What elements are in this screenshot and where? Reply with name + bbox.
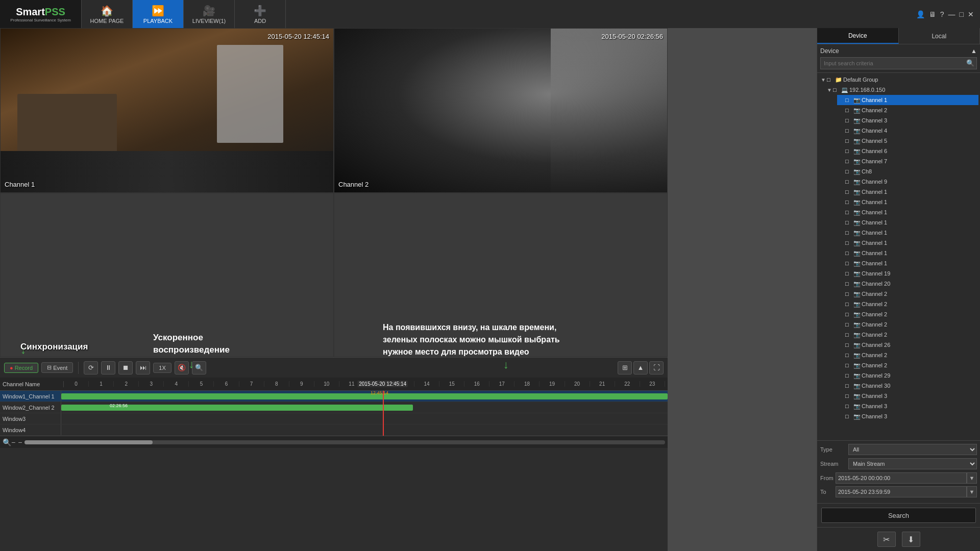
device-search-input[interactable]: [820, 57, 977, 69]
tree-channel-item[interactable]: □📷Ch8: [837, 166, 978, 177]
timeline-row-track-0[interactable]: 12:45:14: [61, 391, 668, 402]
tab-local[interactable]: Local: [899, 28, 981, 44]
collapse-device-icon[interactable]: ▲: [971, 47, 977, 55]
search-icon[interactable]: 🔍: [966, 59, 974, 67]
search-button[interactable]: Search: [821, 508, 976, 523]
camera-feed-1: [1, 29, 333, 192]
nav-add[interactable]: ➕ ADD: [235, 0, 286, 28]
event-button[interactable]: ⊟ Event: [41, 362, 73, 373]
tree-channel-item[interactable]: □📷Channel 2: [837, 330, 978, 340]
type-select[interactable]: All: [848, 444, 977, 455]
tree-channel-item[interactable]: □📷Channel 6: [837, 146, 978, 156]
timeline-bar-0[interactable]: [61, 393, 668, 399]
check-icon: □: [845, 281, 852, 287]
user-icon[interactable]: 👤: [916, 10, 925, 18]
fullscreen-button[interactable]: ⛶: [649, 361, 664, 374]
next-frame-button[interactable]: ⏭: [136, 361, 150, 374]
check-icon: □: [845, 148, 852, 154]
nav-liveview[interactable]: 🎥 LIVEVIEW(1): [184, 0, 235, 28]
timeline-hours: 01234567891011121314151617181920212223: [64, 381, 665, 387]
video-cell-3[interactable]: [0, 193, 334, 358]
tree-channel-item[interactable]: □📷Channel 1: [837, 217, 978, 228]
to-date-picker-button[interactable]: ▼: [967, 486, 977, 497]
stop-button[interactable]: ⏹: [118, 361, 133, 374]
speed-button[interactable]: 1X: [153, 363, 171, 373]
nav-playback[interactable]: ⏩ PLAYBACK: [133, 0, 184, 28]
video-cell-2[interactable]: 2015-05-20 02:26:56 Channel 2: [334, 28, 668, 193]
tree-channel-item[interactable]: □📷Channel 1: [837, 187, 978, 197]
tree-channel-item[interactable]: □📷Channel 1: [837, 197, 978, 207]
tree-channel-item[interactable]: □📷Channel 9: [837, 177, 978, 187]
grid-4-button[interactable]: ⊞: [618, 361, 632, 374]
maximize-button[interactable]: □: [960, 10, 964, 18]
timeline-row-0[interactable]: Window1_Channel 112:45:14: [0, 391, 668, 402]
channel-label: Channel 1: [862, 260, 887, 266]
timeline-hour-22: 22: [615, 381, 640, 387]
tree-channel-item[interactable]: □📷Channel 2: [837, 319, 978, 330]
tree-channel-item[interactable]: □📷Channel 2: [837, 299, 978, 309]
help-icon[interactable]: ?: [940, 10, 944, 18]
timeline-row-track-1[interactable]: 02:26:56: [61, 402, 668, 413]
tree-channel-item[interactable]: □📷Channel 29: [837, 370, 978, 381]
to-date-input[interactable]: [836, 486, 967, 497]
from-date-picker-button[interactable]: ▼: [967, 472, 977, 484]
timeline-row-2[interactable]: Window3: [0, 413, 668, 424]
zoom-button[interactable]: 🔍: [192, 361, 206, 374]
minimize-button[interactable]: —: [948, 10, 955, 18]
tree-channel-item[interactable]: □📷Channel 1: [837, 95, 978, 105]
tree-channel-item[interactable]: □📷Channel 1: [837, 238, 978, 248]
tree-channel-item[interactable]: □📷Channel 19: [837, 268, 978, 279]
tree-channel-item[interactable]: □📷Channel 3: [837, 115, 978, 126]
tree-channel-item[interactable]: □📷Channel 5: [837, 136, 978, 146]
camera-icon: 📷: [853, 413, 861, 420]
tree-channel-item[interactable]: □📷Channel 1: [837, 228, 978, 238]
from-date-input[interactable]: [836, 472, 967, 484]
download-button[interactable]: ⬇: [902, 532, 920, 547]
tree-group-item[interactable]: ▼□📁Default Group: [819, 74, 978, 85]
tree-channel-item[interactable]: □📷Channel 2: [837, 360, 978, 370]
device-section-header: Device ▲: [820, 47, 977, 55]
tree-channel-item[interactable]: □📷Channel 2: [837, 105, 978, 115]
tree-channel-item[interactable]: □📷Channel 4: [837, 126, 978, 136]
video-cell-4[interactable]: [334, 193, 668, 358]
sync-button[interactable]: ⟳: [84, 361, 98, 374]
mute-button[interactable]: 🔇: [175, 361, 189, 374]
folder-icon: 📁: [835, 77, 842, 83]
tree-channel-item[interactable]: □📷Channel 3: [837, 401, 978, 411]
tree-channel-item[interactable]: □📷Channel 20: [837, 279, 978, 289]
cut-button[interactable]: ✂: [877, 532, 896, 547]
timeline-row-1[interactable]: Window2_Channel 202:26:56: [0, 402, 668, 413]
tree-channel-item[interactable]: □📷Channel 3: [837, 391, 978, 401]
grid-up-button[interactable]: ▲: [633, 361, 648, 374]
tree-channel-item[interactable]: □📷Channel 30: [837, 381, 978, 391]
tree-channel-item[interactable]: □📷Channel 7: [837, 156, 978, 166]
tree-channel-item[interactable]: □📷Channel 3: [837, 411, 978, 421]
tree-channel-item[interactable]: □📷Channel 2: [837, 350, 978, 360]
display-icon[interactable]: 🖥: [929, 10, 936, 18]
timeline-row-3[interactable]: Window4: [0, 424, 668, 436]
device-tree[interactable]: ▼□📁Default Group▼□💻192.168.0.150 □📷Chann…: [817, 73, 980, 440]
tab-device[interactable]: Device: [817, 28, 899, 44]
close-button[interactable]: ✕: [968, 10, 974, 18]
tree-channel-item[interactable]: □📷Channel 1: [837, 207, 978, 217]
pause-button[interactable]: ⏸: [101, 361, 115, 374]
tree-device-item[interactable]: ▼□💻192.168.0.150: [825, 85, 978, 95]
timeline-row-track-3[interactable]: [61, 424, 668, 435]
check-icon: □: [845, 403, 852, 409]
timeline-rows[interactable]: Window1_Channel 112:45:14Window2_Channel…: [0, 391, 668, 436]
tree-channel-item[interactable]: □📷Channel 1: [837, 248, 978, 258]
tree-channel-item[interactable]: □📷Channel 2: [837, 289, 978, 299]
channel-label: Ch8: [862, 168, 872, 174]
nav-home[interactable]: 🏠 HOME PAGE: [82, 0, 133, 28]
zoom-out-button[interactable]: 🔍−: [3, 438, 15, 446]
timeline-scrollbar[interactable]: [24, 440, 665, 444]
video-cell-1[interactable]: 2015-05-20 12:45:14 Channel 1: [0, 28, 334, 193]
tree-channel-item[interactable]: □📷Channel 1: [837, 258, 978, 268]
stream-label: Stream: [820, 461, 848, 467]
record-button[interactable]: ● Record: [4, 363, 38, 373]
tree-channel-item[interactable]: □📷Channel 2: [837, 309, 978, 319]
timeline-row-track-2[interactable]: [61, 413, 668, 424]
tree-channel-item[interactable]: □📷Channel 26: [837, 340, 978, 350]
channel-label: Channel 2: [862, 291, 887, 297]
stream-select[interactable]: Main Stream Sub Stream: [848, 458, 977, 469]
